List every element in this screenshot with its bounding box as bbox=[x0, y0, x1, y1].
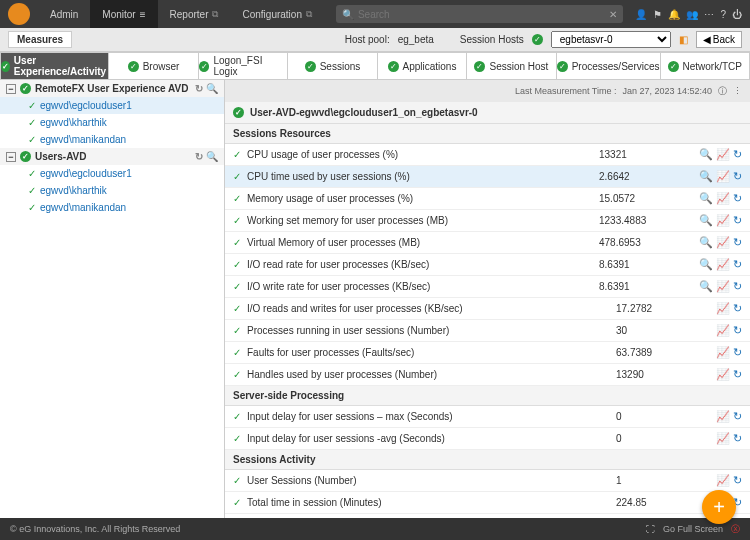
alert-icon[interactable]: ⚑ bbox=[653, 9, 662, 20]
metric-row[interactable]: ✓CPU time used by user sessions (%)2.664… bbox=[225, 166, 750, 188]
history-icon[interactable]: ↻ bbox=[733, 280, 742, 293]
nav-configuration[interactable]: Configuration⧉ bbox=[230, 0, 323, 28]
history-icon[interactable]: ↻ bbox=[733, 258, 742, 271]
layers-icon[interactable]: ◧ bbox=[679, 34, 688, 45]
chart-icon[interactable]: 📈 bbox=[716, 410, 730, 423]
metric-row[interactable]: ✓I/O read rate for user processes (KB/se… bbox=[225, 254, 750, 276]
magnify-icon[interactable]: 🔍 bbox=[699, 170, 713, 183]
tree-group-remotefx[interactable]: − ✓ RemoteFX User Experience AVD ↻🔍 bbox=[0, 80, 224, 97]
chart-icon[interactable]: 📈 bbox=[716, 148, 730, 161]
history-icon[interactable]: ↻ bbox=[733, 368, 742, 381]
tab-user-experience[interactable]: ✓User Experience/Activity bbox=[0, 52, 109, 80]
chart-icon[interactable]: 📈 bbox=[716, 302, 730, 315]
refresh-icon[interactable]: ↻ bbox=[195, 151, 203, 162]
search-input[interactable] bbox=[358, 9, 605, 20]
history-icon[interactable]: ↻ bbox=[733, 346, 742, 359]
add-fab[interactable]: + bbox=[702, 490, 736, 524]
info-icon[interactable]: ⓘ bbox=[718, 85, 727, 98]
metrics-table[interactable]: Sessions Resources✓CPU usage of user pro… bbox=[225, 124, 750, 522]
tab-processes[interactable]: ✓Processes/Services bbox=[557, 52, 661, 80]
chart-icon[interactable]: 📈 bbox=[716, 432, 730, 445]
tab-logon[interactable]: ✓Logon_FSI Logix bbox=[199, 52, 288, 80]
history-icon[interactable]: ↻ bbox=[733, 192, 742, 205]
nav-admin[interactable]: Admin bbox=[38, 0, 90, 28]
metric-row[interactable]: ✓Processes running in user sessions (Num… bbox=[225, 320, 750, 342]
tree-user[interactable]: ✓egwvd\egclouduser1 bbox=[0, 165, 224, 182]
nav-monitor[interactable]: Monitor≡ bbox=[90, 0, 157, 28]
metric-row[interactable]: ✓CPU usage of user processes (%)13321🔍📈↻ bbox=[225, 144, 750, 166]
history-icon[interactable]: ↻ bbox=[733, 432, 742, 445]
history-icon[interactable]: ↻ bbox=[733, 474, 742, 487]
chart-icon[interactable]: 📈 bbox=[716, 258, 730, 271]
fullscreen-icon[interactable]: ⛶ bbox=[646, 524, 655, 534]
chart-icon[interactable]: 📈 bbox=[716, 192, 730, 205]
tab-browser[interactable]: ✓Browser bbox=[109, 52, 198, 80]
tree-user[interactable]: ✓egwvd\kharthik bbox=[0, 114, 224, 131]
history-icon[interactable]: ↻ bbox=[733, 236, 742, 249]
back-button[interactable]: ◀Back bbox=[696, 31, 742, 48]
chart-icon[interactable]: 📈 bbox=[716, 280, 730, 293]
history-icon[interactable]: ↻ bbox=[733, 410, 742, 423]
bell-icon[interactable]: 🔔 bbox=[668, 9, 680, 20]
collapse-icon[interactable]: − bbox=[6, 152, 16, 162]
tree-user[interactable]: ✓egwvd\manikandan bbox=[0, 199, 224, 216]
history-icon[interactable]: ↻ bbox=[733, 148, 742, 161]
tab-network[interactable]: ✓Network/TCP bbox=[661, 52, 750, 80]
metric-row[interactable]: ✓Working set memory for user processes (… bbox=[225, 210, 750, 232]
magnify-icon[interactable]: 🔍 bbox=[699, 258, 713, 271]
tab-sessions[interactable]: ✓Sessions bbox=[288, 52, 377, 80]
metric-row[interactable]: ✓Input delay for user sessions – max (Se… bbox=[225, 406, 750, 428]
metric-row[interactable]: ✓Virtual Memory of user processes (MB)47… bbox=[225, 232, 750, 254]
chart-icon[interactable]: 📈 bbox=[716, 324, 730, 337]
check-icon: ✓ bbox=[474, 61, 485, 72]
tab-applications[interactable]: ✓Applications bbox=[378, 52, 467, 80]
chart-icon[interactable]: 📈 bbox=[716, 170, 730, 183]
magnify-icon[interactable]: 🔍 bbox=[699, 236, 713, 249]
tree-group-users-avd[interactable]: − ✓ Users-AVD ↻🔍 bbox=[0, 148, 224, 165]
metric-row[interactable]: ✓I/O write rate for user processes (KB/s… bbox=[225, 276, 750, 298]
collapse-icon[interactable]: − bbox=[6, 84, 16, 94]
clear-icon[interactable]: ✕ bbox=[609, 9, 617, 20]
metric-row[interactable]: ✓Faults for user processes (Faults/sec)6… bbox=[225, 342, 750, 364]
search-icon[interactable]: 🔍 bbox=[206, 83, 218, 94]
history-icon[interactable]: ↻ bbox=[733, 170, 742, 183]
history-icon[interactable]: ↻ bbox=[733, 302, 742, 315]
metric-row[interactable]: ✓I/O reads and writes for user processes… bbox=[225, 298, 750, 320]
search-icon[interactable]: 🔍 bbox=[206, 151, 218, 162]
metric-row[interactable]: ✓Total time in session (Minutes)224.85📈↻ bbox=[225, 492, 750, 514]
history-icon[interactable]: ↻ bbox=[733, 324, 742, 337]
nav-reporter[interactable]: Reporter⧉ bbox=[158, 0, 231, 28]
magnify-icon[interactable]: 🔍 bbox=[699, 148, 713, 161]
users-icon[interactable]: 👥 bbox=[686, 9, 698, 20]
fullscreen-label[interactable]: Go Full Screen bbox=[663, 524, 723, 534]
tree-user[interactable]: ✓egwvd\egclouduser1 bbox=[0, 97, 224, 114]
close-icon[interactable]: ⓧ bbox=[731, 523, 740, 536]
power-icon[interactable]: ⏻ bbox=[732, 9, 742, 20]
tree-user[interactable]: ✓egwvd\manikandan bbox=[0, 131, 224, 148]
chart-icon[interactable]: 📈 bbox=[716, 346, 730, 359]
history-icon[interactable]: ↻ bbox=[733, 214, 742, 227]
search-box[interactable]: 🔍 ✕ bbox=[336, 5, 623, 23]
session-host-select[interactable]: egbetasvr-0 bbox=[551, 31, 671, 48]
chart-icon[interactable]: 📈 bbox=[716, 214, 730, 227]
refresh-icon[interactable]: ↻ bbox=[195, 83, 203, 94]
magnify-icon[interactable]: 🔍 bbox=[699, 214, 713, 227]
metric-row[interactable]: ✓User Sessions (Number)1📈↻ bbox=[225, 470, 750, 492]
metric-row[interactable]: ✓Input delay for user sessions -avg (Sec… bbox=[225, 428, 750, 450]
metric-row[interactable]: ✓Memory usage of user processes (%)15.05… bbox=[225, 188, 750, 210]
menu-icon[interactable]: ⋮ bbox=[733, 86, 742, 96]
more-icon[interactable]: ⋯ bbox=[704, 9, 714, 20]
chart-icon[interactable]: 📈 bbox=[716, 368, 730, 381]
metric-value: 0 bbox=[616, 433, 716, 444]
help-icon[interactable]: ? bbox=[720, 9, 726, 20]
measures-tab[interactable]: Measures bbox=[8, 31, 72, 48]
magnify-icon[interactable]: 🔍 bbox=[699, 192, 713, 205]
tab-session-host[interactable]: ✓Session Host bbox=[467, 52, 556, 80]
metric-row[interactable]: ✓Handles used by user processes (Number)… bbox=[225, 364, 750, 386]
chart-icon[interactable]: 📈 bbox=[716, 474, 730, 487]
metrics-section: Sessions Resources bbox=[225, 124, 750, 144]
chart-icon[interactable]: 📈 bbox=[716, 236, 730, 249]
user-icon[interactable]: 👤 bbox=[635, 9, 647, 20]
magnify-icon[interactable]: 🔍 bbox=[699, 280, 713, 293]
tree-user[interactable]: ✓egwvd\kharthik bbox=[0, 182, 224, 199]
